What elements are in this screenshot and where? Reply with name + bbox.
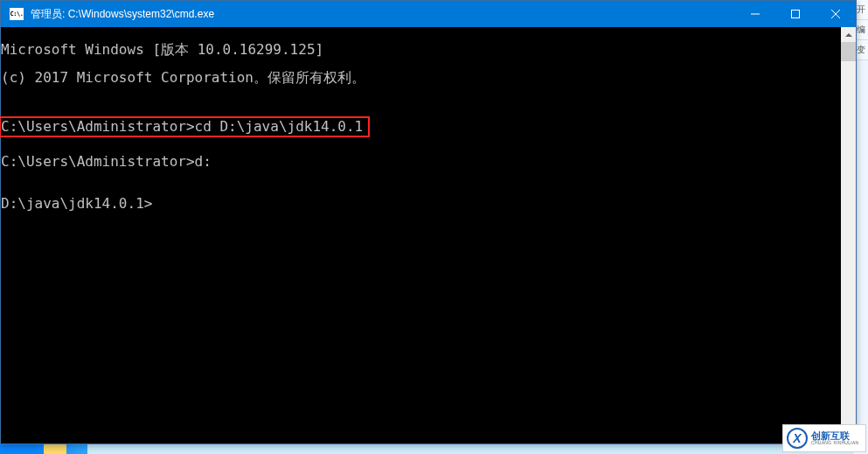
watermark-badge: X 创新互联 CHUANG XINHULIAN (782, 424, 866, 452)
minimize-button[interactable] (735, 1, 775, 27)
svg-rect-0 (751, 14, 760, 15)
watermark-en: CHUANG XINHULIAN (811, 441, 859, 445)
terminal-highlighted-command: C:\Users\Administrator>cd D:\java\jdk14.… (0, 116, 370, 137)
terminal-line-version: Microsoft Windows [版本 10.0.16299.125] (1, 43, 837, 57)
scroll-up-button[interactable] (841, 27, 856, 42)
vertical-scrollbar[interactable] (841, 27, 856, 444)
maximize-button[interactable] (775, 1, 816, 27)
terminal-output[interactable]: Microsoft Windows [版本 10.0.16299.125] (c… (1, 27, 841, 444)
cmd-window: C:\. 管理员: C:\Windows\system32\cmd.exe Mi… (0, 0, 857, 444)
watermark-logo-letter: X (793, 431, 801, 445)
cmd-icon: C:\. (10, 8, 24, 20)
terminal-area: Microsoft Windows [版本 10.0.16299.125] (c… (1, 27, 856, 444)
scroll-track[interactable] (841, 42, 856, 429)
close-icon (831, 10, 840, 18)
cmd-icon-label: C:\. (10, 10, 24, 17)
svg-rect-1 (792, 10, 800, 18)
minimize-icon (751, 10, 760, 18)
close-button[interactable] (816, 1, 856, 27)
window-controls (735, 1, 856, 27)
chevron-up-icon (845, 31, 852, 38)
terminal-line-copyright: (c) 2017 Microsoft Corporation。保留所有权利。 (1, 71, 837, 85)
scroll-thumb[interactable] (841, 42, 856, 61)
taskbar-folder-icon (44, 444, 66, 454)
watermark-logo-icon: X (787, 428, 808, 449)
terminal-line-current-prompt: D:\java\jdk14.0.1> (1, 197, 837, 211)
maximize-icon (791, 10, 800, 18)
watermark-text: 创新互联 CHUANG XINHULIAN (811, 431, 859, 445)
titlebar[interactable]: C:\. 管理员: C:\Windows\system32\cmd.exe (1, 1, 856, 27)
window-title: 管理员: C:\Windows\system32\cmd.exe (31, 7, 735, 22)
terminal-line-drive-change: C:\Users\Administrator>d: (1, 155, 837, 169)
